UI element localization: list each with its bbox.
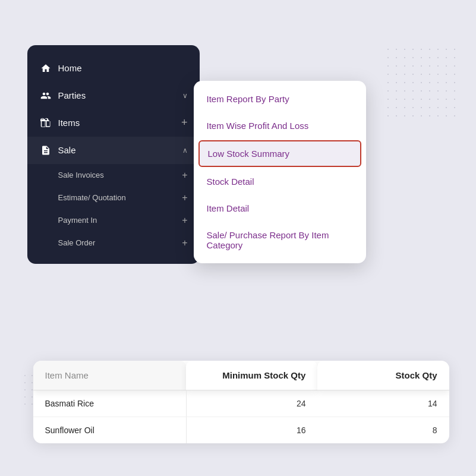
sidebar-item-items[interactable]: Items +	[27, 109, 200, 137]
sidebar-item-sale[interactable]: Sale ∧	[27, 137, 200, 164]
home-icon	[39, 62, 52, 75]
sidebar-item-home-label: Home	[58, 63, 188, 73]
sidebar-sub-item-payment-in[interactable]: Payment In +	[27, 209, 200, 232]
cell-stock-qty-1: 14	[318, 390, 449, 417]
main-container: Home Parties ∨ Items + Sale ∧	[15, 21, 461, 455]
payment-in-plus-icon: +	[182, 215, 187, 226]
sidebar-sub-item-sale-invoices[interactable]: Sale Invoices +	[27, 164, 200, 187]
sidebar-sub-item-estimate[interactable]: Estimate/ Quotation +	[27, 187, 200, 209]
dropdown-item-low-stock-summary[interactable]: Low Stock Summary	[198, 140, 361, 167]
sale-order-plus-icon: +	[182, 238, 187, 248]
cell-min-stock-qty-2: 16	[187, 417, 318, 443]
payment-in-label: Payment In	[58, 216, 97, 225]
sidebar: Home Parties ∨ Items + Sale ∧	[27, 45, 200, 264]
dots-decoration-top	[384, 45, 455, 116]
cell-min-stock-qty-1: 24	[187, 390, 318, 417]
dropdown-item-stock-detail[interactable]: Stock Detail	[194, 168, 366, 195]
sale-icon	[39, 144, 52, 157]
sale-order-label: Sale Order	[58, 238, 96, 247]
table-row: Sunflower Oil 16 8	[33, 417, 449, 443]
sidebar-item-parties[interactable]: Parties ∨	[27, 82, 200, 109]
estimate-plus-icon: +	[182, 193, 187, 203]
cell-item-name-2: Sunflower Oil	[33, 417, 187, 443]
parties-chevron-icon: ∨	[182, 92, 188, 100]
table-row: Basmati Rice 24 14	[33, 390, 449, 417]
sidebar-item-parties-label: Parties	[58, 90, 176, 100]
dropdown-item-item-wise-profit-loss[interactable]: Item Wise Profit And Loss	[194, 112, 366, 139]
dropdown-item-item-detail[interactable]: Item Detail	[194, 195, 366, 222]
dropdown-item-sale-purchase-report[interactable]: Sale/ Purchase Report By Item Category	[194, 222, 366, 259]
cell-stock-qty-2: 8	[318, 417, 449, 443]
cell-item-name-1: Basmati Rice	[33, 390, 187, 417]
sale-chevron-icon: ∧	[182, 146, 188, 155]
sidebar-item-home[interactable]: Home	[27, 55, 200, 82]
dropdown-item-item-report-by-party[interactable]: Item Report By Party	[194, 86, 366, 112]
col-header-item-name: Item Name	[33, 361, 187, 390]
dropdown-menu: Item Report By Party Item Wise Profit An…	[194, 81, 366, 263]
sidebar-item-items-label: Items	[58, 118, 175, 128]
col-header-stock-qty: Stock Qty	[317, 361, 449, 390]
estimate-label: Estimate/ Quotation	[58, 193, 126, 202]
sidebar-item-sale-label: Sale	[58, 145, 176, 155]
sidebar-sub-item-sale-order[interactable]: Sale Order +	[27, 232, 200, 254]
col-header-min-stock-qty: Minimum Stock Qty	[186, 361, 317, 390]
sale-invoices-label: Sale Invoices	[58, 171, 104, 179]
items-plus-icon: +	[181, 116, 188, 129]
table-header: Item Name Minimum Stock Qty Stock Qty	[33, 361, 449, 390]
table-container: Item Name Minimum Stock Qty Stock Qty Ba…	[33, 361, 449, 443]
sale-invoices-plus-icon: +	[182, 170, 187, 181]
items-icon	[39, 116, 52, 130]
parties-icon	[39, 89, 52, 102]
